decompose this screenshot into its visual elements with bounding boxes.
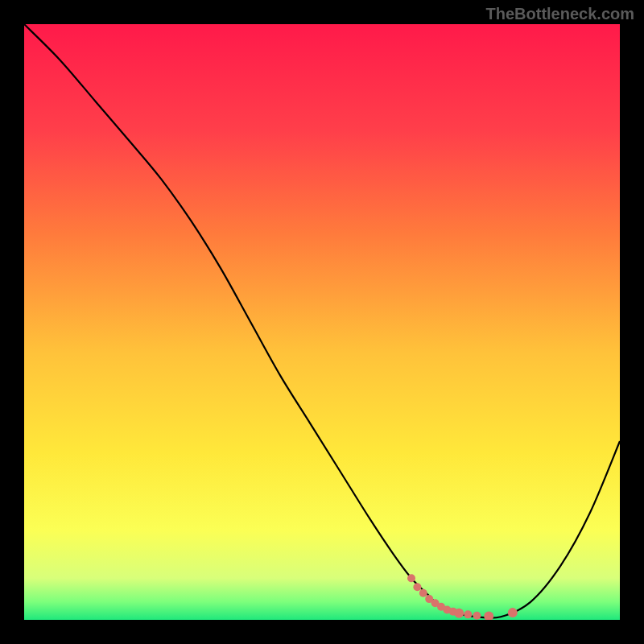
highlight-dot <box>473 612 481 620</box>
highlight-dot <box>407 574 415 582</box>
highlight-dot <box>413 583 421 591</box>
chart-area <box>24 24 620 620</box>
chart-svg <box>24 24 620 620</box>
gradient-background <box>24 24 620 620</box>
highlight-dot <box>419 589 427 597</box>
watermark-text: TheBottleneck.com <box>486 5 634 23</box>
highlight-dot <box>464 610 472 618</box>
highlight-dot <box>508 608 518 617</box>
highlight-dot <box>454 609 464 618</box>
